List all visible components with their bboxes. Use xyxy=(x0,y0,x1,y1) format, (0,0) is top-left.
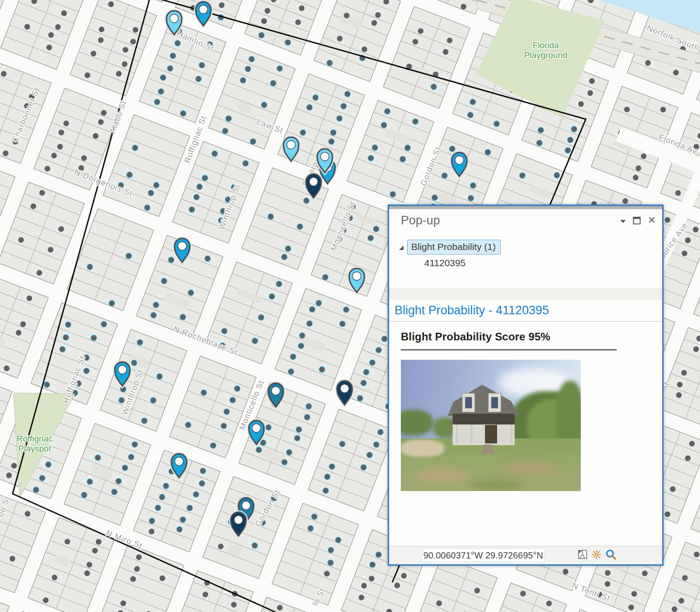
tree-layer-label[interactable]: Blight Probability (1) xyxy=(407,240,501,255)
photo-house-body xyxy=(453,414,515,445)
pane-divider-band xyxy=(389,288,662,300)
coordinates-readout[interactable]: 90.0060371°W 29.9726695°N xyxy=(422,549,544,562)
popup-content-title: Blight Probability Score 95% xyxy=(401,331,662,343)
park-label: RoffignacPlayspot xyxy=(17,434,53,453)
popup-footer: 90.0060371°W 29.9726695°N xyxy=(389,546,662,564)
photo-dirt-path xyxy=(401,440,444,457)
attachment-photo xyxy=(401,360,581,491)
tree-expander-icon[interactable] xyxy=(399,246,404,250)
popup-section-header-text: Blight Probability - 41120395 xyxy=(395,304,549,317)
map-stage: Hamlin StLaw StCharbonnet StN Dorgenois … xyxy=(0,0,700,612)
photo-porch-post xyxy=(456,424,458,444)
photo-porch-post xyxy=(471,424,472,444)
pane-top-strip xyxy=(389,206,662,209)
photo-grass-patch xyxy=(500,462,561,475)
photo-bushes-left xyxy=(401,410,433,436)
pane-title: Pop-up xyxy=(401,214,440,228)
photo-dormer-right xyxy=(488,393,501,412)
tree-feature-item[interactable]: 41120395 xyxy=(424,258,466,268)
pane-maximize-icon[interactable] xyxy=(633,217,641,224)
pane-close-icon[interactable]: ✕ xyxy=(648,216,656,224)
photo-window xyxy=(465,397,472,409)
select-features-icon[interactable] xyxy=(577,549,588,560)
photo-door xyxy=(485,425,498,443)
popup-section-header: Blight Probability - 41120395 xyxy=(389,300,662,322)
photo-porch-post xyxy=(511,424,512,444)
photo-dormer-left xyxy=(462,393,475,412)
photo-house xyxy=(448,384,520,445)
photo-house-roof xyxy=(448,384,520,416)
photo-porch-shadow xyxy=(453,414,515,424)
popup-pane: Pop-up ✕ Blight Probability (1) 41120395… xyxy=(388,205,664,566)
pane-menu-icon[interactable] xyxy=(620,220,626,223)
search-icon[interactable] xyxy=(605,549,617,560)
photo-grass-patch xyxy=(469,479,523,491)
georeference-gear-icon[interactable] xyxy=(591,549,602,560)
pane-header: Pop-up ✕ xyxy=(389,209,662,232)
photo-window xyxy=(491,397,498,409)
popup-content: Blight Probability Score 95% xyxy=(389,322,662,546)
content-rule xyxy=(401,349,617,350)
